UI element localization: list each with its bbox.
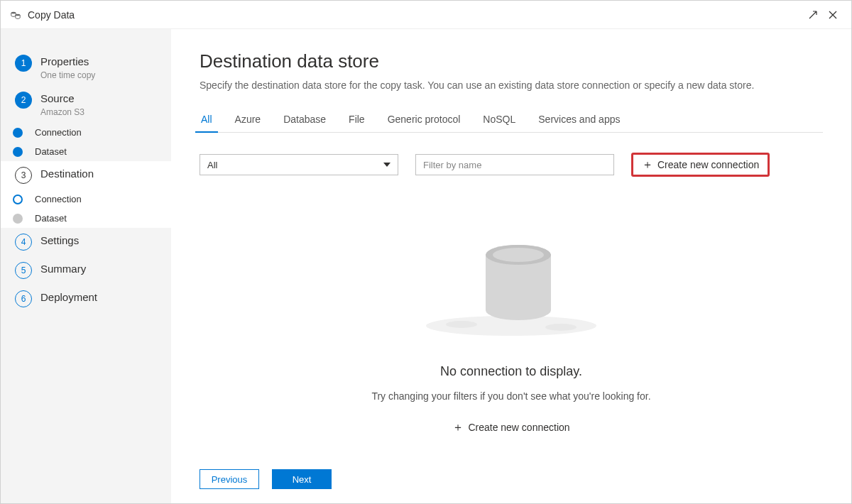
filter-select-value: All bbox=[207, 160, 217, 170]
step-settings[interactable]: 4 Settings bbox=[1, 228, 171, 256]
filter-row: All ＋ Create new connection bbox=[200, 153, 823, 177]
step-number-icon: 6 bbox=[15, 290, 32, 307]
step-subtitle: One time copy bbox=[40, 70, 95, 80]
step-title: Summary bbox=[40, 262, 86, 276]
plus-icon: ＋ bbox=[452, 422, 464, 433]
step-number-icon: 3 bbox=[15, 167, 32, 184]
wizard-footer: Previous Next bbox=[200, 455, 823, 489]
step-summary[interactable]: 5 Summary bbox=[1, 256, 171, 285]
tab-file[interactable]: File bbox=[347, 108, 366, 132]
copy-data-icon bbox=[9, 9, 22, 21]
create-new-connection-link[interactable]: ＋ Create new connection bbox=[452, 422, 569, 433]
svg-point-1 bbox=[16, 13, 20, 16]
previous-button[interactable]: Previous bbox=[200, 469, 259, 489]
step-title: Source bbox=[40, 92, 84, 106]
empty-subtitle: Try changing your filters if you don't s… bbox=[371, 390, 650, 402]
step-destination-substeps: Connection Dataset bbox=[1, 190, 171, 228]
tab-services-and-apps[interactable]: Services and apps bbox=[537, 108, 621, 132]
substep-destination-connection[interactable]: Connection bbox=[35, 190, 171, 209]
chevron-down-icon bbox=[383, 163, 390, 167]
step-number-icon: 2 bbox=[15, 92, 32, 109]
dot-icon bbox=[13, 214, 23, 224]
step-number-icon: 1 bbox=[15, 55, 32, 72]
substep-destination-dataset[interactable]: Dataset bbox=[35, 209, 171, 228]
step-number-icon: 5 bbox=[15, 262, 32, 279]
maximize-icon[interactable] bbox=[803, 5, 823, 25]
window-title: Copy Data bbox=[28, 9, 75, 21]
tab-generic-protocol[interactable]: Generic protocol bbox=[386, 108, 462, 132]
next-button[interactable]: Next bbox=[272, 469, 332, 489]
step-deployment[interactable]: 6 Deployment bbox=[1, 285, 171, 313]
substep-source-connection[interactable]: Connection bbox=[35, 123, 171, 142]
substep-source-dataset[interactable]: Dataset bbox=[35, 142, 171, 161]
tab-database[interactable]: Database bbox=[282, 108, 327, 132]
tab-all[interactable]: All bbox=[200, 108, 214, 132]
svg-point-3 bbox=[446, 321, 477, 328]
step-title: Deployment bbox=[40, 290, 97, 305]
dot-icon bbox=[13, 147, 23, 157]
filter-by-name-input[interactable] bbox=[415, 154, 614, 175]
tab-azure[interactable]: Azure bbox=[234, 108, 263, 132]
tab-nosql[interactable]: NoSQL bbox=[481, 108, 517, 132]
filter-select[interactable]: All bbox=[200, 154, 398, 175]
svg-point-4 bbox=[545, 324, 577, 331]
step-source[interactable]: 2 Source Amazon S3 bbox=[1, 86, 171, 123]
filter-input[interactable] bbox=[423, 160, 606, 170]
substep-label: Connection bbox=[35, 127, 82, 138]
dot-icon bbox=[13, 128, 23, 138]
step-title: Settings bbox=[40, 234, 79, 248]
datastore-tabs: All Azure Database File Generic protocol… bbox=[200, 108, 823, 133]
step-title: Destination bbox=[40, 167, 94, 181]
step-properties[interactable]: 1 Properties One time copy bbox=[1, 49, 171, 86]
empty-state: No connection to display. Try changing y… bbox=[200, 197, 823, 455]
svg-point-7 bbox=[493, 248, 544, 262]
empty-title: No connection to display. bbox=[440, 364, 582, 379]
page-description: Specify the destination data store for t… bbox=[200, 80, 823, 91]
copy-data-window: Copy Data 1 Properties One time copy bbox=[0, 0, 852, 504]
close-icon[interactable] bbox=[823, 5, 843, 25]
substep-label: Dataset bbox=[35, 213, 67, 224]
dot-icon bbox=[13, 195, 23, 204]
substep-label: Connection bbox=[35, 194, 82, 204]
svg-point-0 bbox=[11, 11, 16, 13]
step-number-icon: 4 bbox=[15, 234, 32, 251]
database-empty-icon bbox=[419, 219, 604, 343]
create-new-connection-label: Create new connection bbox=[657, 159, 759, 170]
substep-label: Dataset bbox=[35, 146, 67, 157]
create-new-connection-button[interactable]: ＋ Create new connection bbox=[631, 153, 770, 177]
step-title: Properties bbox=[40, 55, 95, 69]
step-destination[interactable]: 3 Destination bbox=[1, 161, 171, 190]
main-content: Destination data store Specify the desti… bbox=[171, 29, 851, 503]
step-subtitle: Amazon S3 bbox=[40, 107, 84, 117]
step-source-substeps: Connection Dataset bbox=[1, 123, 171, 161]
plus-icon: ＋ bbox=[642, 159, 653, 170]
titlebar: Copy Data bbox=[1, 1, 851, 29]
create-new-connection-link-label: Create new connection bbox=[468, 422, 569, 433]
page-title: Destination data store bbox=[200, 50, 823, 72]
wizard-sidebar: 1 Properties One time copy 2 Source Amaz… bbox=[1, 29, 171, 503]
